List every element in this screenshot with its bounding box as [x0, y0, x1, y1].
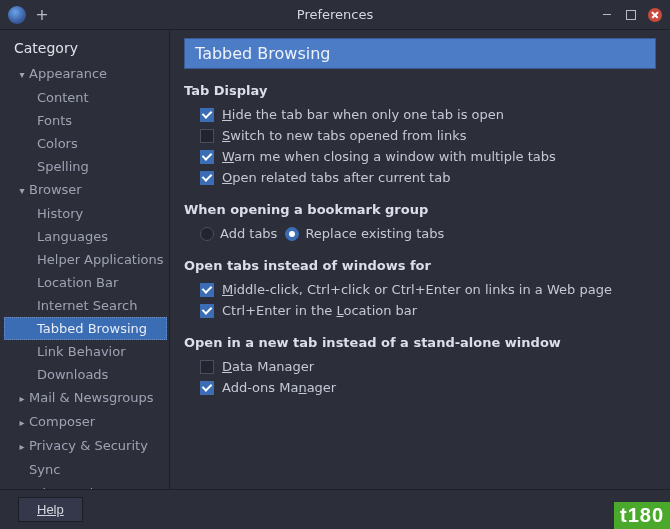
ctrl-enter-location-checkbox[interactable] [200, 304, 214, 318]
sidebar-item-internet-search[interactable]: Internet Search [4, 294, 167, 317]
data-manager-checkbox[interactable] [200, 360, 214, 374]
window-title: Preferences [0, 7, 670, 22]
category-label: Sync [29, 462, 60, 477]
maximize-icon[interactable] [626, 10, 636, 20]
open-related-tabs-checkbox[interactable] [200, 171, 214, 185]
section-tab-display: Tab Display [184, 83, 656, 98]
bookmark-group-replace-label: Replace existing tabs [305, 226, 444, 241]
bookmark-group-add-radio[interactable] [200, 227, 214, 241]
category-label: Mail & Newsgroups [29, 390, 153, 405]
data-manager-row: Data Manager [184, 356, 656, 377]
middle-click-links-label[interactable]: Middle-click, Ctrl+click or Ctrl+Enter o… [222, 282, 612, 297]
sidebar-item-fonts[interactable]: Fonts [4, 109, 167, 132]
hide-tab-bar-checkbox[interactable] [200, 108, 214, 122]
bookmark-group-radios: Add tabsReplace existing tabs [184, 223, 656, 244]
help-label-rest: elp [46, 502, 63, 517]
category-label: Browser [29, 182, 82, 197]
warn-closing-window-row: Warn me when closing a window with multi… [184, 146, 656, 167]
category-label: Privacy & Security [29, 438, 148, 453]
category-tree: ▾AppearanceContentFontsColorsSpelling▾Br… [4, 62, 167, 489]
app-icon [8, 6, 26, 24]
sidebar-item-location-bar[interactable]: Location Bar [4, 271, 167, 294]
addons-manager-row: Add-ons Manager [184, 377, 656, 398]
panel-title: Tabbed Browsing [184, 38, 656, 69]
hide-tab-bar-label[interactable]: Hide the tab bar when only one tab is op… [222, 107, 504, 122]
chevron-right-icon[interactable]: ▸ [17, 414, 27, 431]
section-bookmark-group: When opening a bookmark group [184, 202, 656, 217]
addons-manager-label[interactable]: Add-ons Manager [222, 380, 336, 395]
middle-click-links-row: Middle-click, Ctrl+click or Ctrl+Enter o… [184, 279, 656, 300]
category-advanced[interactable]: ▾Advanced [4, 482, 167, 489]
sidebar-item-spelling[interactable]: Spelling [4, 155, 167, 178]
category-sidebar: Category ▾AppearanceContentFontsColorsSp… [0, 30, 170, 489]
switch-to-new-tabs-label[interactable]: Switch to new tabs opened from links [222, 128, 467, 143]
section-new-tab-instead: Open in a new tab instead of a stand-alo… [184, 335, 656, 350]
hide-tab-bar-row: Hide the tab bar when only one tab is op… [184, 104, 656, 125]
watermark: t180 [614, 502, 670, 529]
bookmark-group-replace[interactable]: Replace existing tabs [285, 226, 444, 241]
chevron-down-icon[interactable]: ▾ [17, 182, 27, 199]
chevron-down-icon[interactable]: ▾ [17, 66, 27, 83]
titlebar: + Preferences [0, 0, 670, 30]
bookmark-group-add[interactable]: Add tabs [200, 226, 277, 241]
ctrl-enter-location-row: Ctrl+Enter in the Location bar [184, 300, 656, 321]
dialog-footer: Help [0, 489, 670, 529]
minimize-icon[interactable] [600, 8, 614, 22]
category-composer[interactable]: ▸Composer [4, 410, 167, 434]
category-mail-newsgroups[interactable]: ▸Mail & Newsgroups [4, 386, 167, 410]
sidebar-title: Category [4, 36, 167, 62]
sidebar-item-history[interactable]: History [4, 202, 167, 225]
chevron-right-icon[interactable]: ▸ [17, 438, 27, 455]
middle-click-links-checkbox[interactable] [200, 283, 214, 297]
category-appearance[interactable]: ▾Appearance [4, 62, 167, 86]
new-tab-button[interactable]: + [34, 7, 50, 23]
sidebar-item-colors[interactable]: Colors [4, 132, 167, 155]
category-privacy-security[interactable]: ▸Privacy & Security [4, 434, 167, 458]
chevron-right-icon[interactable]: ▸ [17, 390, 27, 407]
sidebar-item-content[interactable]: Content [4, 86, 167, 109]
bookmark-group-replace-radio[interactable] [285, 227, 299, 241]
ctrl-enter-location-label[interactable]: Ctrl+Enter in the Location bar [222, 303, 417, 318]
preferences-panel: Tabbed Browsing Tab Display Hide the tab… [170, 30, 670, 489]
chevron-down-icon[interactable]: ▾ [17, 486, 27, 489]
sidebar-item-downloads[interactable]: Downloads [4, 363, 167, 386]
section-open-tabs-instead: Open tabs instead of windows for [184, 258, 656, 273]
help-button[interactable]: Help [18, 497, 83, 522]
sidebar-item-languages[interactable]: Languages [4, 225, 167, 248]
category-sync[interactable]: Sync [4, 458, 167, 482]
sidebar-item-link-behavior[interactable]: Link Behavior [4, 340, 167, 363]
category-label: Composer [29, 414, 95, 429]
sidebar-item-helper-applications[interactable]: Helper Applications [4, 248, 167, 271]
open-related-tabs-row: Open related tabs after current tab [184, 167, 656, 188]
switch-to-new-tabs-row: Switch to new tabs opened from links [184, 125, 656, 146]
category-label: Advanced [29, 486, 93, 489]
addons-manager-checkbox[interactable] [200, 381, 214, 395]
open-related-tabs-label[interactable]: Open related tabs after current tab [222, 170, 450, 185]
close-icon[interactable] [648, 8, 662, 22]
bookmark-group-add-label: Add tabs [220, 226, 277, 241]
data-manager-label[interactable]: Data Manager [222, 359, 314, 374]
switch-to-new-tabs-checkbox[interactable] [200, 129, 214, 143]
category-label: Appearance [29, 66, 107, 81]
category-browser[interactable]: ▾Browser [4, 178, 167, 202]
warn-closing-window-label[interactable]: Warn me when closing a window with multi… [222, 149, 556, 164]
sidebar-item-tabbed-browsing[interactable]: Tabbed Browsing [4, 317, 167, 340]
warn-closing-window-checkbox[interactable] [200, 150, 214, 164]
